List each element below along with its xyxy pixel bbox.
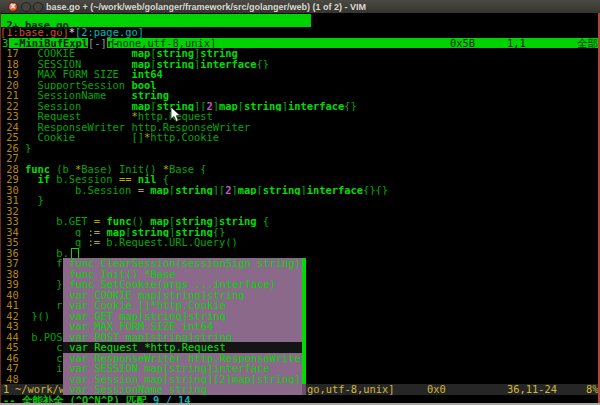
- code-line[interactable]: 29 if b.Session == nil {: [0, 174, 600, 185]
- code-line[interactable]: 17 COOKIE map[string]string: [0, 48, 600, 59]
- completion-item[interactable]: var COOKIE map[string]string: [63, 290, 302, 301]
- minibuf-statusline: 3 -MiniBufExplorer- [-] [none,utf-8,unix…: [0, 38, 600, 49]
- line-number: 30: [0, 185, 25, 196]
- completion-item-selected[interactable]: var Request *http.Request: [63, 342, 302, 353]
- minibuf-indicator: 3: [2, 38, 8, 49]
- line-number: 46: [0, 353, 25, 364]
- tab-current[interactable]: 2+ base.go: [0, 14, 311, 27]
- code-line[interactable]: 25 Cookie []*http.Cookie: [0, 132, 600, 143]
- line-number: 38: [0, 269, 25, 280]
- popup-scrollbar-thumb[interactable]: [302, 258, 306, 384]
- code-line[interactable]: 34 g := map[string]string{}: [0, 227, 600, 238]
- minibuf-flag: [-]: [88, 38, 107, 49]
- code-line[interactable]: 36 b.: [0, 248, 600, 259]
- minibuf-cursor-pos: 1,1: [507, 38, 526, 49]
- completion-item[interactable]: var Session map[string][2]map[string]int…: [63, 374, 302, 385]
- completion-item[interactable]: func Init() *Base: [63, 269, 302, 280]
- line-number: 31: [0, 195, 25, 206]
- line-number: 26: [0, 143, 25, 154]
- vim-window: × base.go + (~/work/web/golanger/framewo…: [0, 0, 600, 405]
- line-number: 36: [0, 248, 25, 259]
- line-number: 44: [0, 332, 25, 343]
- completion-item[interactable]: var POST map[string]string: [63, 332, 302, 343]
- minimize-button[interactable]: [21, 2, 31, 12]
- line-number: 32: [0, 206, 25, 217]
- code-line[interactable]: 19 MAX_FORM_SIZE int64: [0, 69, 600, 80]
- completion-items: func ClearSession(sessionSign string) fu…: [63, 258, 306, 395]
- code-line[interactable]: 18 SESSION map[string]interface{}: [0, 59, 600, 70]
- close-button[interactable]: ×: [8, 2, 18, 12]
- buffer-list: [1:base.go]*[2:page.go]: [0, 27, 600, 38]
- code-line[interactable]: 28 func (b *Base) Init() *Base {: [0, 164, 600, 175]
- minibuf-scroll-pos: 全部: [577, 38, 598, 49]
- minibuf-fileinfo: [none,utf-8,unix]: [110, 38, 216, 49]
- code-line[interactable]: 22 Session map[string][2]map[string]inte…: [0, 101, 600, 112]
- completion-popup: func ClearSession(sessionSign string) fu…: [63, 258, 306, 395]
- completion-item[interactable]: func ClearSession(sessionSign string): [63, 258, 302, 269]
- statusline-cursor-pos: 36,11-24: [507, 384, 557, 395]
- code-line[interactable]: 23 Request *http.Request: [0, 111, 600, 122]
- line-number: 29: [0, 174, 25, 185]
- line-number: 40: [0, 290, 25, 301]
- maximize-button[interactable]: [33, 2, 43, 12]
- completion-item[interactable]: var GET map[string]string: [63, 311, 302, 322]
- line-number: 43: [0, 321, 25, 332]
- completion-item[interactable]: var SessionName string: [63, 384, 302, 395]
- code-line[interactable]: 21 SessionName string: [0, 90, 600, 101]
- line-number: 39: [0, 279, 25, 290]
- code-line[interactable]: 30 b.Session = map[string][2]map[string]…: [0, 185, 600, 196]
- code-line[interactable]: 20 SupportSession bool: [0, 80, 600, 91]
- line-number: 47: [0, 363, 25, 374]
- code-line[interactable]: 35 q := b.Request.URL.Query(): [0, 237, 600, 248]
- completion-item[interactable]: var SESSION map[string]interface: [63, 363, 302, 374]
- code-line[interactable]: 24 ResponseWriter http.ResponseWriter: [0, 122, 600, 133]
- mouse-cursor: [170, 107, 182, 123]
- statusline-scroll-pos: 8%: [586, 384, 599, 395]
- window-border-left: [0, 13, 1, 405]
- window-title: base.go + (~/work/web/golanger/framework…: [46, 1, 366, 13]
- code-line[interactable]: 32: [0, 206, 600, 217]
- line-number: 28: [0, 164, 25, 175]
- completion-item[interactable]: var Cookie []*http.Cookie: [63, 300, 302, 311]
- tab-label: 2+ base.go: [0, 19, 75, 31]
- line-number: 37: [0, 258, 25, 269]
- titlebar: × base.go + (~/work/web/golanger/framewo…: [0, 0, 600, 13]
- code-line[interactable]: 27: [0, 153, 600, 164]
- code-line[interactable]: 33 b.GET = func() map[string]string {: [0, 216, 600, 227]
- line-number: 34: [0, 227, 25, 238]
- completion-item[interactable]: var ResponseWriter http.ResponseWriter: [63, 353, 302, 364]
- completion-item[interactable]: func SetCookie(args ...interface): [63, 279, 302, 290]
- statusline-fileinfo: go,utf-8,unix]: [307, 384, 395, 395]
- line-number: 42: [0, 311, 25, 322]
- line-number: 45: [0, 342, 25, 353]
- tabline: 2+ base.go: [0, 13, 600, 27]
- line-number: 35: [0, 237, 25, 248]
- code-line[interactable]: 31 }: [0, 195, 600, 206]
- line-number: 27: [0, 153, 25, 164]
- line-number: 33: [0, 216, 25, 227]
- statusline-hex-value: 0x0: [427, 384, 446, 395]
- line-number: 41: [0, 300, 25, 311]
- completion-item[interactable]: var MAX_FORM_SIZE int64: [63, 321, 302, 332]
- code-line[interactable]: 26 }: [0, 143, 600, 154]
- minibuf-hex-value: 0x5B: [450, 38, 475, 49]
